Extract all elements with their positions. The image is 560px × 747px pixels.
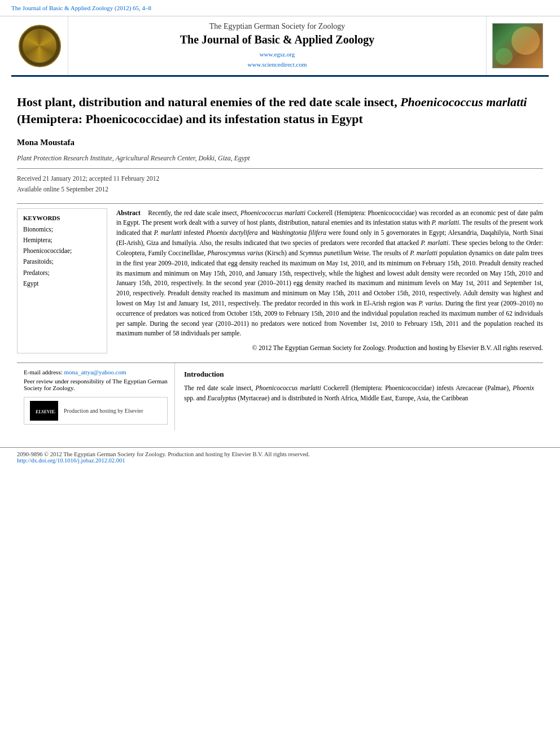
journal-title: The Journal of Basic & Applied Zoology	[180, 33, 375, 46]
elsevier-box: ELSEVIER Production and hosting by Elsev…	[24, 397, 168, 425]
top-link-bar: The Journal of Basic & Applied Zoology (…	[0, 0, 560, 16]
received-date: Received 21 January 2012; accepted 11 Fe…	[17, 173, 543, 185]
journal-link[interactable]: The Journal of Basic & Applied Zoology (…	[11, 5, 151, 11]
abstract-copyright: © 2012 The Egyptian German Society for Z…	[116, 343, 543, 353]
abstract-label: Abstract	[116, 209, 141, 216]
article-dates: Received 21 January 2012; accepted 11 Fe…	[17, 173, 543, 195]
elsevier-logo: ELSEVIER	[30, 401, 58, 421]
email-link[interactable]: mona_attya@yahoo.com	[64, 369, 126, 375]
keywords-title: KEYWORDS	[23, 215, 101, 221]
article-title: Host plant, distribution and natural ene…	[17, 94, 543, 127]
divider-2	[17, 203, 543, 204]
society-logo	[19, 25, 61, 67]
footer-right: Introduction The red date scale insect, …	[175, 363, 543, 430]
journal-urls: www.egsz.org www.sciencedirect.com	[248, 50, 307, 69]
abstract-section: KEYWORDS Bionomics; Hemiptera; Phoenicoc…	[17, 208, 543, 353]
bottom-bar: 2090-9896 © 2012 The Egyptian German Soc…	[0, 447, 560, 467]
available-date: Available online 5 September 2012	[17, 184, 543, 195]
journal-header: The Egyptian German Society for Zoology …	[11, 16, 549, 77]
society-name: The Egyptian German Society for Zoology	[209, 22, 345, 31]
keywords-column: KEYWORDS Bionomics; Hemiptera; Phoenicoc…	[17, 208, 107, 353]
journal-logo-left	[11, 16, 68, 75]
divider-1	[17, 168, 543, 169]
keyword-4: Parasitoids;	[23, 257, 101, 267]
journal-cover-image	[492, 23, 543, 68]
keyword-6: Egypt	[23, 279, 101, 289]
elsevier-hosting-text: Production and hosting by Elsevier	[64, 408, 143, 414]
keyword-2: Hemiptera;	[23, 235, 101, 245]
peer-review-text: Peer review under responsibility of The …	[24, 378, 168, 391]
author-name: Mona Moustafa	[17, 138, 543, 147]
page-wrapper: The Journal of Basic & Applied Zoology (…	[0, 0, 560, 467]
affiliation: Plant Protection Research Institute, Agr…	[17, 154, 543, 163]
email-label: E-mail address:	[24, 369, 64, 375]
bottom-copyright: 2090-9896 © 2012 The Egyptian German Soc…	[17, 451, 543, 457]
abstract-text: Recently, the red date scale insect, Pho…	[116, 209, 543, 337]
main-content: Host plant, distribution and natural ene…	[0, 77, 560, 442]
url1[interactable]: www.egsz.org	[248, 50, 307, 60]
doi-link[interactable]: http://dx.doi.org/10.1016/j.jobaz.2012.0…	[17, 457, 125, 464]
journal-logo-right	[487, 16, 549, 75]
journal-center: The Egyptian German Society for Zoology …	[68, 16, 487, 75]
keyword-1: Bionomics;	[23, 225, 101, 234]
svg-text:ELSEVIER: ELSEVIER	[35, 409, 55, 414]
introduction-title: Introduction	[184, 369, 534, 380]
page-footer: E-mail address: mona_attya@yahoo.com Pee…	[17, 362, 543, 430]
title-part1: Host plant, distribution and natural ene…	[17, 95, 400, 109]
title-italic: Phoenicococcus marlatti	[400, 95, 527, 109]
title-part2: (Hemiptera: Phoenicococcidae) and its in…	[17, 112, 363, 126]
abstract-column: Abstract Recently, the red date scale in…	[116, 208, 543, 353]
keyword-3: Phoenicococcidae;	[23, 246, 101, 256]
url2[interactable]: www.sciencedirect.com	[248, 60, 307, 70]
footer-left: E-mail address: mona_attya@yahoo.com Pee…	[17, 363, 175, 430]
introduction-text: The red date scale insect, Phoenicococcu…	[184, 383, 534, 404]
keyword-5: Predators;	[23, 268, 101, 278]
email-line: E-mail address: mona_attya@yahoo.com	[24, 369, 168, 375]
